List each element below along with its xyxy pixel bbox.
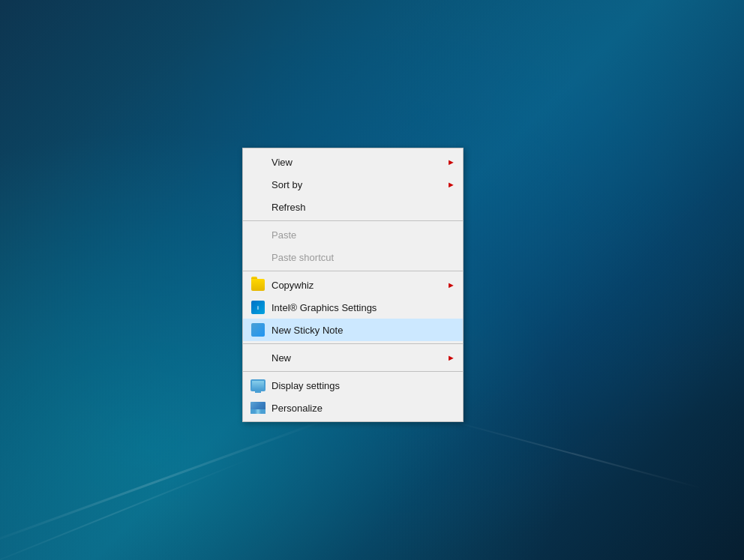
view-label: View <box>272 157 441 168</box>
paste-label: Paste <box>272 229 455 241</box>
display-settings-icon <box>250 378 266 393</box>
display-settings-label: Display settings <box>272 380 455 391</box>
intel-graphics-icon: i <box>250 300 266 315</box>
context-menu: View ► Sort by ► Refresh Paste Paste sho… <box>242 148 464 422</box>
intel-graphics-label: Intel® Graphics Settings <box>272 302 455 313</box>
menu-item-refresh[interactable]: Refresh <box>243 196 463 218</box>
refresh-icon-placeholder <box>250 199 266 214</box>
refresh-label: Refresh <box>272 202 455 213</box>
menu-item-paste-shortcut[interactable]: Paste shortcut <box>243 246 463 268</box>
menu-item-display-settings[interactable]: Display settings <box>243 374 463 397</box>
view-arrow: ► <box>447 157 455 166</box>
sort-icon-placeholder <box>250 177 266 192</box>
menu-item-copywhiz[interactable]: Copywhiz ► <box>243 274 463 296</box>
paste-icon-placeholder <box>250 227 266 242</box>
menu-item-new[interactable]: New ► <box>243 346 463 369</box>
menu-item-new-sticky-note[interactable]: New Sticky Note <box>243 319 463 341</box>
copywhiz-label: Copywhiz <box>272 280 441 291</box>
sort-by-label: Sort by <box>272 179 441 190</box>
menu-item-personalize[interactable]: Personalize <box>243 397 463 419</box>
copywhiz-icon <box>250 277 266 292</box>
separator-4 <box>243 371 463 372</box>
separator-1 <box>243 220 463 221</box>
paste-shortcut-label: Paste shortcut <box>272 252 455 263</box>
menu-item-intel-graphics[interactable]: i Intel® Graphics Settings <box>243 296 463 319</box>
new-label: New <box>272 352 441 364</box>
menu-item-paste[interactable]: Paste <box>243 223 463 246</box>
view-icon-placeholder <box>250 154 266 169</box>
new-arrow: ► <box>447 353 455 362</box>
separator-2 <box>243 271 463 271</box>
sort-by-arrow: ► <box>447 180 455 189</box>
personalize-label: Personalize <box>272 403 455 414</box>
menu-item-sort-by[interactable]: Sort by ► <box>243 173 463 196</box>
sticky-note-icon <box>250 322 266 337</box>
separator-3 <box>243 343 463 344</box>
new-icon-placeholder <box>250 350 266 365</box>
new-sticky-note-label: New Sticky Note <box>272 325 455 336</box>
personalize-icon <box>250 400 266 415</box>
copywhiz-arrow: ► <box>447 280 455 289</box>
paste-shortcut-icon-placeholder <box>250 250 266 265</box>
menu-item-view[interactable]: View ► <box>243 151 463 173</box>
